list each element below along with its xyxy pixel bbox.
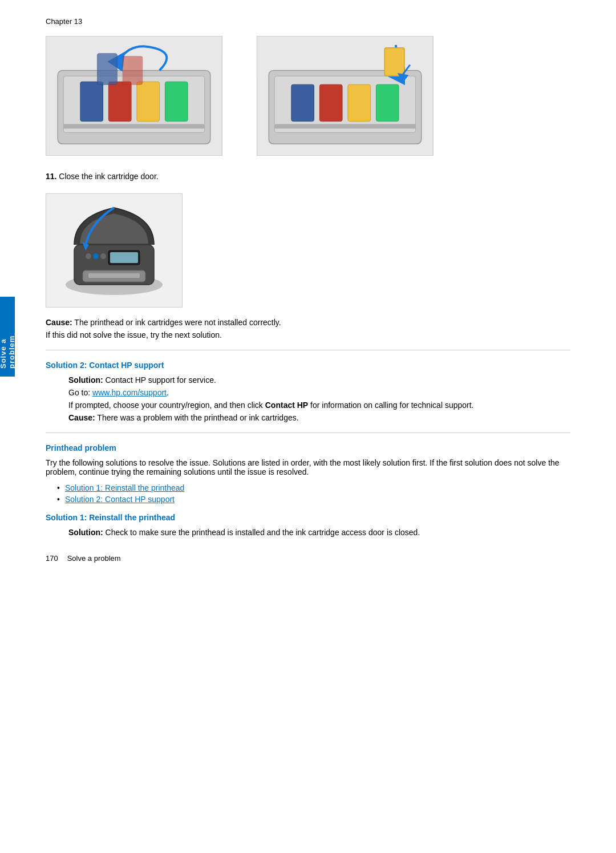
solution2-section: Solution 2: Contact HP support Solution:… bbox=[46, 361, 570, 422]
svg-rect-15 bbox=[348, 84, 371, 121]
printer-close-image bbox=[46, 193, 183, 308]
bullet-link-2[interactable]: Solution 2: Contact HP support bbox=[65, 495, 175, 504]
svg-rect-5 bbox=[137, 82, 160, 121]
svg-point-26 bbox=[93, 253, 99, 259]
solution2-label-line: Solution: Contact HP support for service… bbox=[68, 375, 570, 385]
solution2-heading: Solution 2: Contact HP support bbox=[46, 361, 570, 370]
go-to-line: Go to: www.hp.com/support. bbox=[68, 388, 570, 397]
prompted-line: If prompted, choose your country/region,… bbox=[68, 401, 570, 410]
printhead-bullets: Solution 1: Reinstall the printhead Solu… bbox=[46, 483, 570, 504]
svg-rect-7 bbox=[63, 124, 205, 129]
cause-text-1: Cause: The printhead or ink cartridges w… bbox=[46, 318, 570, 327]
printhead-heading-text: Printhead problem bbox=[46, 443, 116, 452]
step-11-text: 11. Close the ink cartridge door. bbox=[46, 172, 570, 181]
printhead-intro: Try the following solutions to resolve t… bbox=[46, 458, 570, 476]
svg-point-27 bbox=[100, 253, 106, 259]
svg-point-25 bbox=[86, 253, 91, 259]
side-tab: Solve a problem bbox=[0, 297, 15, 377]
link-text-content: www.hp.com/support bbox=[92, 388, 167, 397]
if-not-solve-content: If this did not solve the issue, try the… bbox=[46, 330, 222, 339]
svg-rect-23 bbox=[88, 273, 140, 278]
page-number: 170 bbox=[46, 554, 58, 563]
chapter-text: Chapter 13 bbox=[46, 17, 82, 26]
divider-1 bbox=[46, 350, 570, 350]
hp-support-link[interactable]: www.hp.com/support bbox=[92, 388, 167, 397]
svg-rect-16 bbox=[376, 84, 399, 121]
svg-rect-14 bbox=[319, 84, 342, 121]
go-to-label: Go to: bbox=[68, 388, 92, 397]
images-row bbox=[46, 36, 570, 156]
step-number: 11. bbox=[46, 172, 56, 181]
side-tab-label: Solve a problem bbox=[0, 305, 16, 369]
chapter-label: Chapter 13 bbox=[46, 17, 570, 26]
svg-rect-29 bbox=[110, 252, 138, 263]
ink-right-svg bbox=[257, 37, 433, 155]
prompted-text2: for information on calling for technical… bbox=[308, 401, 473, 410]
svg-rect-6 bbox=[165, 82, 188, 121]
printer-close-svg bbox=[57, 199, 171, 302]
solution2-content: Solution: Contact HP support for service… bbox=[46, 375, 570, 422]
solution1-reinstall-heading: Solution 1: Reinstall the printhead bbox=[46, 513, 570, 522]
svg-rect-19 bbox=[384, 48, 404, 76]
solution1-reinstall-label: Solution: bbox=[68, 528, 103, 537]
svg-rect-17 bbox=[274, 124, 416, 129]
solution2-text: Contact HP support for service. bbox=[106, 375, 216, 385]
bullet-text-2: Solution 2: Contact HP support bbox=[65, 495, 175, 504]
bullet-text-1: Solution 1: Reinstall the printhead bbox=[65, 483, 184, 492]
cause-description-1: The printhead or ink cartridges were not… bbox=[74, 318, 281, 327]
printhead-intro-text: Try the following solutions to resolve t… bbox=[46, 458, 560, 476]
solution1-reinstall-heading-text: Solution 1: Reinstall the printhead bbox=[46, 513, 175, 522]
svg-rect-8 bbox=[98, 54, 117, 84]
step-text-content: Close the ink cartridge door. bbox=[59, 172, 158, 181]
solution2-heading-text: Solution 2: Contact HP support bbox=[46, 361, 164, 370]
solution1-reinstall-section: Solution 1: Reinstall the printhead Solu… bbox=[46, 513, 570, 537]
ink-cartridge-image-right bbox=[257, 36, 433, 156]
printhead-problem-heading: Printhead problem bbox=[46, 443, 570, 452]
contact-hp-text: Contact HP bbox=[265, 401, 308, 410]
cause-description-2: There was a problem with the printhead o… bbox=[97, 413, 298, 422]
svg-rect-4 bbox=[108, 82, 131, 121]
page-footer: 170 Solve a problem bbox=[46, 554, 570, 563]
if-not-solve-text: If this did not solve the issue, try the… bbox=[46, 330, 570, 339]
footer-section: Solve a problem bbox=[67, 554, 121, 563]
divider-2 bbox=[46, 432, 570, 433]
ink-left-svg bbox=[46, 37, 222, 155]
cause-label-2: Cause: bbox=[68, 413, 95, 422]
solution2-label: Solution: bbox=[68, 375, 103, 385]
cause-label-1: Cause: bbox=[46, 318, 72, 327]
solution1-reinstall-content: Solution: Check to make sure the printhe… bbox=[46, 528, 570, 537]
svg-rect-3 bbox=[80, 82, 103, 121]
svg-rect-13 bbox=[291, 84, 314, 121]
bullet-item-1: Solution 1: Reinstall the printhead bbox=[57, 483, 570, 492]
bullet-link-1[interactable]: Solution 1: Reinstall the printhead bbox=[65, 483, 184, 492]
svg-rect-9 bbox=[123, 56, 143, 85]
page-container: Solve a problem Chapter 13 bbox=[0, 0, 616, 585]
solution1-reinstall-text: Check to make sure the printhead is inst… bbox=[106, 528, 420, 537]
solution1-reinstall-label-line: Solution: Check to make sure the printhe… bbox=[68, 528, 570, 537]
ink-cartridge-image-left bbox=[46, 36, 222, 156]
printhead-problem-section: Printhead problem Try the following solu… bbox=[46, 443, 570, 504]
bullet-item-2: Solution 2: Contact HP support bbox=[57, 495, 570, 504]
cause-text-2: Cause: There was a problem with the prin… bbox=[68, 413, 570, 422]
prompted-text1: If prompted, choose your country/region,… bbox=[68, 401, 265, 410]
